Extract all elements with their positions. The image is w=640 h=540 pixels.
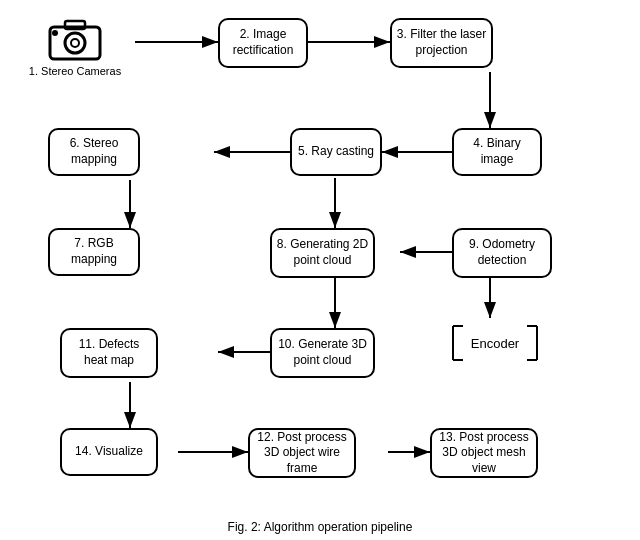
node-filter-laser: 3. Filter the laser projection <box>390 18 493 68</box>
svg-point-16 <box>65 33 85 53</box>
node-image-rectification: 2. Image rectification <box>218 18 308 68</box>
diagram-container: 1. Stereo Cameras 2. Image rectification… <box>0 0 640 540</box>
node-post-wire: 12. Post process 3D object wire frame <box>248 428 356 478</box>
node-visualize: 14. Visualize <box>60 428 158 476</box>
node-binary-image: 4. Binary image <box>452 128 542 176</box>
svg-point-17 <box>71 39 79 47</box>
node-gen-3d-cloud: 10. Generate 3D point cloud <box>270 328 375 378</box>
node-post-mesh: 13. Post process 3D object mesh view <box>430 428 538 478</box>
camera-node: 1. Stereo Cameras <box>20 10 130 80</box>
encoder-node: Encoder <box>445 318 545 368</box>
svg-rect-18 <box>65 21 85 29</box>
svg-text:Encoder: Encoder <box>471 336 520 351</box>
node-stereo-mapping: 6. Stereo mapping <box>48 128 140 176</box>
figure-caption: Fig. 2: Algorithm operation pipeline <box>0 520 640 534</box>
node-odometry: 9. Odometry detection <box>452 228 552 278</box>
node-rgb-mapping: 7. RGB mapping <box>48 228 140 276</box>
node-ray-casting: 5. Ray casting <box>290 128 382 176</box>
camera-label: 1. Stereo Cameras <box>29 65 121 77</box>
node-defects-heatmap: 11. Defects heat map <box>60 328 158 378</box>
svg-point-19 <box>52 30 58 36</box>
node-gen-2d-cloud: 8. Generating 2D point cloud <box>270 228 375 278</box>
